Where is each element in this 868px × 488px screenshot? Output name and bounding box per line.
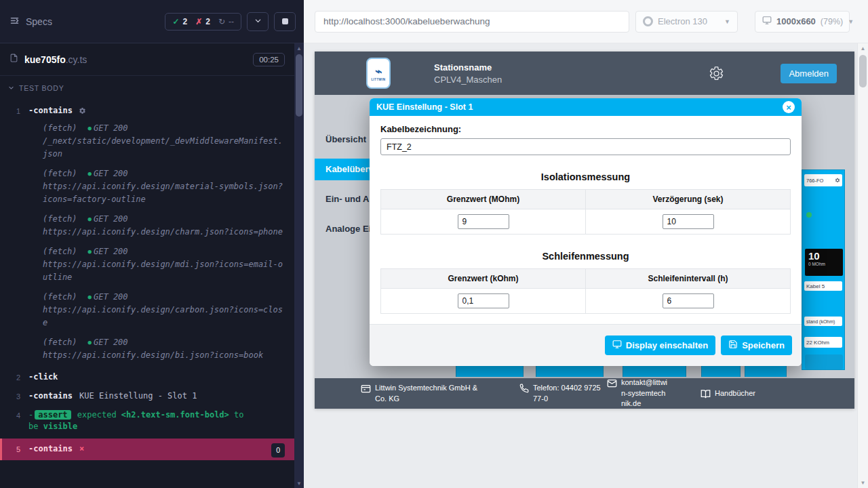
column-header: Grenzwert (kOhm) — [381, 269, 586, 289]
mail-icon — [607, 378, 617, 388]
fetch-log-entry[interactable]: (fetch)●GET 200 https://api.iconify.desi… — [0, 212, 294, 245]
cable-row-label: stand (kOhm) — [804, 317, 842, 326]
command-name: -contains — [28, 390, 73, 402]
station-value: CPLV4_Maschen — [434, 75, 502, 85]
cable-row-value: 22 KOhm — [804, 337, 842, 348]
chevron-down-icon: ▼ — [848, 18, 854, 25]
kabelbezeichnung-label: Kabelbezeichnung: — [380, 124, 791, 134]
footer-company: Littwin Systemtechnik GmbH & Co. KG — [361, 383, 477, 404]
floppy-save-icon — [728, 340, 738, 351]
collapse-all-button[interactable] — [247, 12, 269, 31]
command-assert[interactable]: 4 -assert expected <h2.text-sm.font-bold… — [0, 406, 294, 436]
runner-scrollbar[interactable]: ▲ ▼ — [294, 43, 304, 488]
spec-file-icon — [9, 53, 18, 66]
verzoegerung-sek-input[interactable] — [663, 214, 714, 229]
status-dot-icon: ● — [88, 339, 92, 346]
assert-message: -assert expected <h2.text-sm.font-bold> … — [28, 409, 254, 432]
status-dot-icon: ● — [88, 125, 92, 131]
modal-title: KUE Einstellung - Slot 1 — [376, 102, 473, 112]
column-header: Schleifenintervall (h) — [586, 269, 791, 289]
footer-email[interactable]: kontakt@littwin-systemtechnik.de — [607, 378, 669, 409]
modal-footer: Display einschalten Speichern — [370, 324, 802, 366]
refresh-icon: ↻ — [218, 17, 225, 26]
grenzwert-kohm-input[interactable] — [458, 293, 509, 308]
fetch-url: https://api.iconify.design/charm.json?ic… — [43, 226, 285, 239]
command-contains-2[interactable]: 3 -contains KUE Einstellung - Slot 1 — [0, 387, 294, 406]
measurement-display: 10 0 MOhm — [805, 249, 843, 276]
command-name: -contains — [28, 443, 73, 455]
passed-count: ✓2 — [172, 17, 187, 26]
spec-name[interactable]: kue705fo.cy.ts — [24, 54, 87, 65]
cypress-runner-panel: Specs ✓2 ✗2 ↻-- kue705fo.cy.ts 00:25 — [0, 0, 304, 488]
url-input[interactable] — [315, 11, 629, 33]
schleifenmessung-title: Schleifenmessung — [380, 251, 791, 262]
stop-run-button[interactable] — [274, 12, 296, 31]
app-footer: Littwin Systemtechnik GmbH & Co. KG Tele… — [315, 378, 854, 409]
monitor-icon — [612, 340, 622, 351]
hidden-card-button — [805, 354, 843, 369]
fetch-log-entry[interactable]: (fetch)●GET 200 https://api.iconify.desi… — [0, 336, 294, 368]
scrollbar-thumb[interactable] — [296, 54, 302, 117]
logout-button[interactable]: Abmelden — [781, 64, 837, 83]
step-number: 5 — [2, 443, 20, 455]
background-cable-card: 766-FO 10 0 MOhm Kabel 5 stand (kOhm) 22… — [802, 169, 845, 370]
close-icon: × — [786, 103, 791, 112]
command-argument: KUE Einstellung - Slot 1 — [79, 390, 197, 402]
fetch-url: https://api.iconify.design/carbon.json?i… — [43, 304, 285, 329]
kue-settings-modal: KUE Einstellung - Slot 1 × Kabelbezeichn… — [370, 98, 802, 366]
browser-select[interactable]: Electron 130 ▼ — [635, 11, 738, 33]
spec-header: kue705fo.cy.ts 00:25 — [0, 43, 294, 76]
aut-stage: ⌁ LITTWIN Stationsname CPLV4_Maschen Abm… — [304, 43, 857, 488]
scroll-down-arrow[interactable]: ▼ — [858, 478, 868, 488]
fetch-url: https://api.iconify.design/bi.json?icons… — [43, 349, 285, 362]
scroll-up-arrow[interactable]: ▲ — [858, 43, 868, 54]
aut-topbar: Electron 130 ▼ 1000x660 (79%) ▼ — [304, 0, 868, 43]
footer-manuals-link[interactable]: Handbücher — [701, 388, 755, 399]
display-einschalten-button[interactable]: Display einschalten — [605, 336, 715, 355]
viewport-select[interactable]: 1000x660 (79%) ▼ — [755, 11, 850, 33]
stop-icon — [282, 18, 288, 24]
chevron-down-icon: ▼ — [724, 18, 730, 25]
command-options-gear-icon — [79, 106, 86, 118]
specs-toggle-button[interactable]: Specs — [9, 16, 52, 28]
test-stats: ✓2 ✗2 ↻-- — [165, 13, 241, 30]
fetch-url: https://api.iconify.design/mdi.json?icon… — [43, 258, 285, 284]
status-dot-icon: ● — [88, 216, 92, 222]
command-contains-1[interactable]: 1 -contains — [0, 102, 294, 121]
littwin-logo: ⌁ LITTWIN — [366, 58, 391, 89]
suite-title: TEST BODY — [19, 84, 64, 92]
command-name: -click — [28, 371, 58, 383]
status-dot-icon: ● — [88, 293, 92, 300]
chevron-down-icon — [254, 16, 262, 26]
fetch-log-entry[interactable]: (fetch)●GET 200 /_next/static/developmen… — [0, 121, 294, 167]
schleifenintervall-input[interactable] — [663, 293, 714, 308]
fetch-url: https://api.iconify.design/material-symb… — [43, 180, 285, 206]
fetch-log-entry[interactable]: (fetch)●GET 200 https://api.iconify.desi… — [0, 290, 294, 336]
isolationsmessung-table: Grenzwert (MOhm) Verzögerung (sek) — [380, 189, 791, 235]
fetch-log-entry[interactable]: (fetch)●GET 200 https://api.iconify.desi… — [0, 167, 294, 212]
modal-header: KUE Einstellung - Slot 1 × — [370, 98, 802, 116]
command-click[interactable]: 2 -click — [0, 368, 294, 387]
modal-body: Kabelbezeichnung: Isolationsmessung Gren… — [370, 116, 802, 324]
grenzwert-mohm-input[interactable] — [458, 214, 509, 229]
settings-gear-icon[interactable] — [709, 66, 724, 81]
scroll-down-arrow[interactable]: ▼ — [294, 479, 304, 488]
failed-count: ✗2 — [195, 17, 210, 26]
retry-count-badge: 0 — [271, 443, 285, 458]
close-button[interactable]: × — [783, 101, 795, 113]
schleifenmessung-table: Grenzwert (kOhm) Schleifenintervall (h) — [380, 268, 791, 314]
speichern-button[interactable]: Speichern — [721, 336, 792, 355]
scrollbar-thumb[interactable] — [859, 55, 867, 87]
command-contains-failed[interactable]: 5 -contains × 0 — [0, 439, 294, 460]
fetch-log-entry[interactable]: (fetch)●GET 200 https://api.iconify.desi… — [0, 245, 294, 290]
assert-badge: assert — [35, 410, 71, 420]
suite-test-body[interactable]: TEST BODY — [0, 76, 294, 100]
page-scrollbar[interactable]: ▲ ▼ — [857, 43, 868, 488]
specs-label: Specs — [26, 16, 52, 27]
spec-extension: .cy.ts — [66, 54, 87, 65]
runner-controls: ✓2 ✗2 ↻-- — [165, 12, 296, 31]
monitor-icon — [762, 16, 772, 28]
kabelbezeichnung-input[interactable] — [380, 138, 791, 155]
station-info: Stationsname CPLV4_Maschen — [434, 62, 502, 85]
scroll-up-arrow[interactable]: ▲ — [294, 43, 304, 53]
